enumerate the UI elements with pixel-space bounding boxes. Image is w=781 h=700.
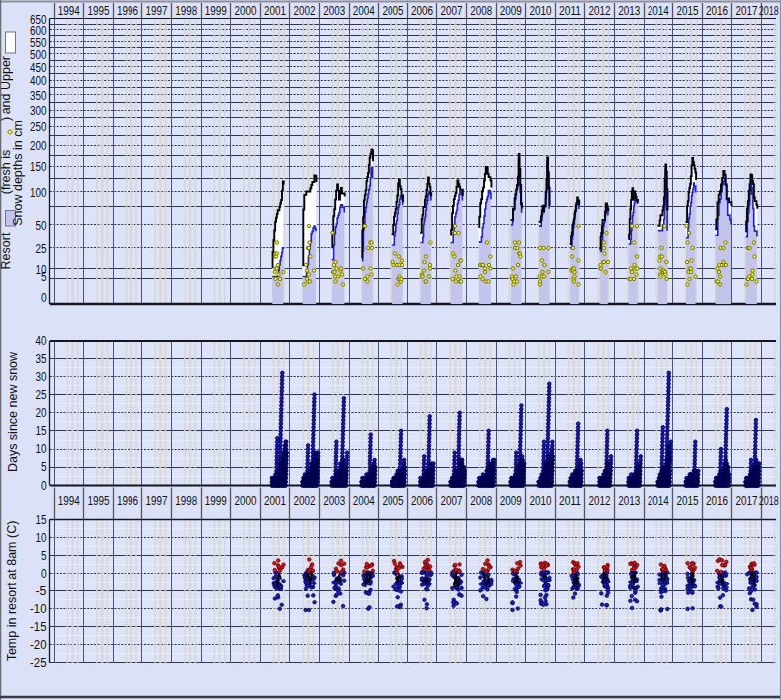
svg-text:50: 50 <box>36 219 47 233</box>
svg-text:-15: -15 <box>30 620 46 634</box>
svg-text:2010: 2010 <box>529 494 551 508</box>
svg-text:2008: 2008 <box>470 494 492 508</box>
svg-text:2008: 2008 <box>470 4 492 18</box>
svg-text:30: 30 <box>36 370 47 384</box>
svg-text:2005: 2005 <box>382 4 403 18</box>
svg-text:2002: 2002 <box>294 4 316 18</box>
svg-text:2018: 2018 <box>759 494 779 508</box>
svg-text:2012: 2012 <box>589 4 611 18</box>
svg-text:10: 10 <box>36 531 47 545</box>
svg-text:1998: 1998 <box>175 4 197 18</box>
svg-text:2017: 2017 <box>736 4 758 18</box>
svg-text:1996: 1996 <box>117 494 138 508</box>
svg-text:1998: 1998 <box>175 494 197 508</box>
svg-text:2009: 2009 <box>500 4 522 18</box>
svg-text:1999: 1999 <box>205 494 227 508</box>
svg-text:250: 250 <box>30 120 46 134</box>
svg-text:2006: 2006 <box>411 4 433 18</box>
svg-text:40: 40 <box>36 334 47 348</box>
svg-text:2007: 2007 <box>441 4 463 18</box>
svg-text:15: 15 <box>36 424 47 438</box>
svg-text:2015: 2015 <box>676 494 698 508</box>
svg-text:0: 0 <box>41 567 47 581</box>
svg-text:2012: 2012 <box>589 494 611 508</box>
svg-text:5: 5 <box>41 270 47 284</box>
svg-text:1999: 1999 <box>205 4 227 18</box>
svg-text:2016: 2016 <box>706 4 728 18</box>
svg-text:2002: 2002 <box>294 494 316 508</box>
svg-text:Snow depths in cm: Snow depths in cm <box>11 120 25 226</box>
svg-text:2016: 2016 <box>706 494 728 508</box>
svg-text:2000: 2000 <box>234 4 256 18</box>
svg-text:Days since new snow: Days since new snow <box>6 351 20 472</box>
svg-text:2003: 2003 <box>323 494 345 508</box>
svg-text:Resort: Resort <box>0 232 13 269</box>
svg-text:2010: 2010 <box>529 4 551 18</box>
svg-text:2004: 2004 <box>353 494 375 508</box>
svg-text:2018: 2018 <box>759 4 779 18</box>
svg-text:) and Upper: ) and Upper <box>0 56 13 121</box>
svg-text:-20: -20 <box>30 638 46 652</box>
svg-text:2001: 2001 <box>264 494 286 508</box>
svg-text:350: 350 <box>30 89 46 103</box>
svg-text:300: 300 <box>30 104 46 117</box>
svg-text:2006: 2006 <box>411 494 433 508</box>
svg-text:0: 0 <box>41 291 47 305</box>
svg-text:2007: 2007 <box>441 494 463 508</box>
svg-text:1995: 1995 <box>87 4 109 18</box>
svg-text:2004: 2004 <box>353 4 375 18</box>
svg-text:2015: 2015 <box>676 4 698 18</box>
svg-text:2011: 2011 <box>559 494 581 508</box>
svg-text:400: 400 <box>30 74 46 88</box>
svg-text:2009: 2009 <box>500 494 522 508</box>
svg-text:35: 35 <box>36 352 47 366</box>
svg-text:-25: -25 <box>30 656 46 670</box>
svg-text:1997: 1997 <box>146 494 168 508</box>
svg-text:-5: -5 <box>36 584 47 598</box>
svg-text:1996: 1996 <box>117 4 138 18</box>
svg-text:2001: 2001 <box>264 4 286 18</box>
svg-text:10: 10 <box>36 442 47 456</box>
svg-text:20: 20 <box>36 406 47 420</box>
svg-text:2014: 2014 <box>648 494 669 508</box>
svg-text:0: 0 <box>41 479 47 493</box>
svg-text:1997: 1997 <box>146 4 168 18</box>
svg-text:5: 5 <box>41 549 47 563</box>
svg-text:200: 200 <box>30 139 46 153</box>
svg-text:1994: 1994 <box>58 4 80 18</box>
svg-text:25: 25 <box>36 242 47 256</box>
svg-text:1994: 1994 <box>58 494 80 508</box>
svg-text:2000: 2000 <box>234 494 256 508</box>
svg-text:Temp in resort at 8am (C): Temp in resort at 8am (C) <box>5 521 19 662</box>
svg-text:2003: 2003 <box>323 4 345 18</box>
svg-text:1995: 1995 <box>87 494 109 508</box>
svg-text:100: 100 <box>30 186 46 200</box>
svg-text:5: 5 <box>41 460 47 474</box>
svg-text:-10: -10 <box>30 602 46 616</box>
svg-text:2017: 2017 <box>736 494 758 508</box>
svg-text:2005: 2005 <box>382 494 403 508</box>
svg-text:2014: 2014 <box>648 4 669 18</box>
svg-text:150: 150 <box>30 160 46 174</box>
svg-text:450: 450 <box>30 61 46 75</box>
svg-text:2013: 2013 <box>618 494 640 508</box>
svg-text:2013: 2013 <box>618 4 640 18</box>
svg-text:25: 25 <box>36 388 47 402</box>
svg-text:500: 500 <box>30 48 46 62</box>
svg-text:15: 15 <box>36 513 47 527</box>
svg-text:2011: 2011 <box>559 4 581 18</box>
